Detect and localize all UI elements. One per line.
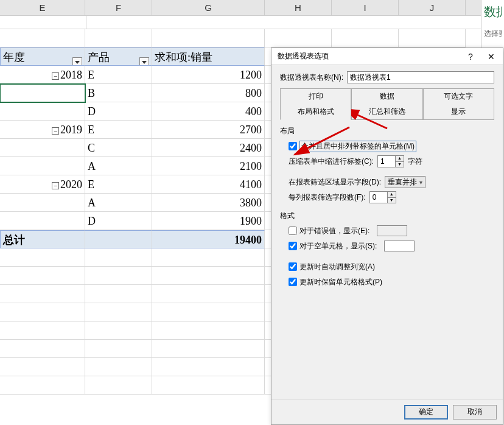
col-header-H[interactable]: H <box>265 0 332 15</box>
indent-spinner[interactable]: ▲▼ <box>377 155 404 167</box>
filter-icon[interactable] <box>139 57 149 66</box>
active-cell[interactable] <box>0 84 85 102</box>
collapse-icon[interactable]: − <box>52 127 59 135</box>
tab-totals-filters[interactable]: 汇总和筛选 <box>351 104 422 119</box>
section-layout-label: 布局 <box>280 126 494 136</box>
panel-title: 数据 <box>484 4 502 20</box>
pivot-name-label: 数据透视表名称(N): <box>280 72 343 83</box>
tab-print[interactable]: 打印 <box>280 88 351 104</box>
collapse-icon[interactable]: − <box>52 182 59 189</box>
spin-up-icon[interactable]: ▲ <box>388 192 396 198</box>
col-header-E[interactable]: E <box>0 0 85 15</box>
filter-area-label: 在报表筛选区域显示字段(D): <box>289 177 381 188</box>
total-value: 19400 <box>152 230 265 248</box>
spin-down-icon[interactable]: ▼ <box>388 198 396 203</box>
tab-display[interactable]: 显示 <box>423 104 494 119</box>
year-value: 2020 <box>60 178 82 191</box>
indent-unit: 字符 <box>408 156 422 167</box>
spin-down-icon[interactable]: ▼ <box>396 162 404 167</box>
pivot-header-product[interactable]: 产品 <box>85 47 152 66</box>
empty-show-label: 对于空单元格，显示(S): <box>299 241 377 251</box>
error-value-input <box>377 225 407 236</box>
sum-value: 1900 <box>152 212 265 230</box>
tab-data[interactable]: 数据 <box>351 88 422 104</box>
sum-value: 800 <box>152 84 265 102</box>
merge-center-label: 合并且居中排列带标签的单元格(M) <box>299 141 416 152</box>
filter-icon[interactable] <box>72 57 82 66</box>
pivot-header-sum: 求和项:销量 <box>152 47 265 66</box>
total-label: 总计 <box>0 230 85 248</box>
sum-value: 2100 <box>152 157 265 175</box>
tab-layout-format[interactable]: 布局和格式 <box>280 104 351 120</box>
sum-value: 2700 <box>152 121 265 139</box>
dialog-title: 数据透视表选项 <box>278 51 460 61</box>
col-header-I[interactable]: I <box>332 0 399 15</box>
pivot-header-product-label: 产品 <box>88 51 110 63</box>
sum-value: 2400 <box>152 139 265 157</box>
error-show-checkbox[interactable] <box>289 227 297 235</box>
pivot-name-input[interactable] <box>347 71 494 83</box>
col-header-G[interactable]: G <box>152 0 265 15</box>
empty-show-checkbox[interactable] <box>289 242 297 250</box>
collapse-icon[interactable]: − <box>52 72 59 80</box>
year-value: 2019 <box>60 124 82 136</box>
formula-bar[interactable] <box>0 16 504 29</box>
sum-value: 1200 <box>152 66 265 84</box>
col-header-J[interactable]: J <box>399 0 466 15</box>
fields-per-col-spinner[interactable]: ▲▼ <box>369 191 396 203</box>
preserve-format-label: 更新时保留单元格格式(P) <box>299 277 382 287</box>
product-value: A <box>85 157 152 175</box>
indent-input[interactable] <box>378 156 395 167</box>
col-header-F[interactable]: F <box>85 0 152 15</box>
cancel-button[interactable]: 取消 <box>453 405 497 420</box>
pivot-header-year-label: 年度 <box>3 51 25 63</box>
fields-per-col-input[interactable] <box>370 192 387 203</box>
product-value: A <box>85 194 152 212</box>
section-format-label: 格式 <box>280 211 494 221</box>
fields-per-col-label: 每列报表筛选字段数(F): <box>289 192 366 203</box>
spin-up-icon[interactable]: ▲ <box>396 156 404 162</box>
product-value: E <box>85 121 152 139</box>
product-value: C <box>85 139 152 157</box>
product-value: E <box>85 175 152 194</box>
preserve-format-checkbox[interactable] <box>289 278 297 286</box>
merge-center-checkbox[interactable] <box>289 142 297 150</box>
product-value: D <box>85 212 152 230</box>
autofit-checkbox[interactable] <box>289 262 297 271</box>
dialog-tabs: 打印 数据 可选文字 布局和格式 汇总和筛选 显示 <box>280 88 494 120</box>
indent-label: 压缩表单中缩进行标签(C): <box>289 156 374 167</box>
close-button[interactable]: ✕ <box>481 48 502 65</box>
column-header-row: E F G H I J <box>0 0 504 16</box>
filter-area-select[interactable]: 垂直并排 <box>385 176 425 188</box>
year-value: 2018 <box>60 69 82 81</box>
pivot-header-year[interactable]: 年度 <box>0 47 85 66</box>
sum-value: 400 <box>152 102 265 121</box>
autofit-label: 更新时自动调整列宽(A) <box>299 262 375 272</box>
sum-value: 4100 <box>152 175 265 194</box>
pivottable-options-dialog: 数据透视表选项 ? ✕ 数据透视表名称(N): 打印 数据 可选文字 布局和格式… <box>271 47 503 425</box>
error-show-label: 对于错误值，显示(E): <box>299 226 369 236</box>
sum-value: 3800 <box>152 194 265 212</box>
product-value: D <box>85 102 152 121</box>
empty-value-input[interactable] <box>384 241 415 251</box>
tab-alt-text[interactable]: 可选文字 <box>423 88 494 104</box>
ok-button[interactable]: 确定 <box>404 405 448 420</box>
help-button[interactable]: ? <box>460 48 481 65</box>
product-value: E <box>85 66 152 84</box>
dialog-titlebar[interactable]: 数据透视表选项 ? ✕ <box>271 48 503 65</box>
product-value: B <box>85 84 152 102</box>
